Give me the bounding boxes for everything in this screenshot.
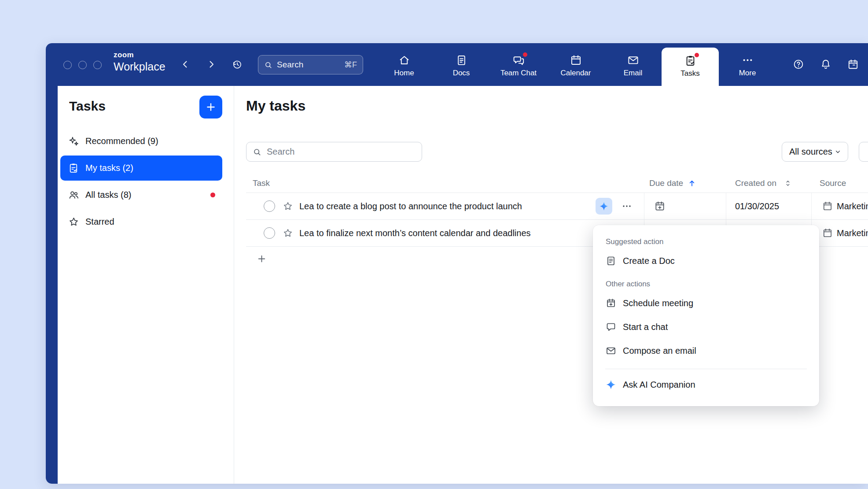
people-icon — [68, 189, 79, 200]
menu-item-label: Compose an email — [623, 346, 696, 356]
menu-item-label: Create a Doc — [623, 256, 675, 266]
bell-icon — [820, 59, 831, 70]
task-title: Lea to finalize next month’s content cal… — [299, 228, 531, 238]
history-button[interactable] — [231, 58, 244, 71]
menu-item-label: Ask AI Companion — [623, 380, 695, 390]
menu-item-schedule-meeting[interactable]: Schedule meeting — [604, 291, 808, 315]
tasks-search-input[interactable] — [266, 146, 416, 157]
nav-label: Team Chat — [500, 69, 537, 78]
table-row[interactable]: Lea to create a blog post to announce th… — [246, 193, 868, 220]
menu-item-ask-ai-companion[interactable]: Ask AI Companion — [604, 373, 808, 396]
sidebar-title: Tasks — [69, 99, 106, 114]
plus-icon — [257, 254, 267, 264]
ai-actions-menu: Suggested action Create a Doc Other acti… — [593, 225, 819, 406]
header-due-date[interactable]: Due date — [644, 178, 726, 188]
help-icon — [793, 59, 804, 70]
calendar-plus-icon — [606, 298, 616, 308]
envelope-icon — [606, 345, 616, 356]
ai-companion-icon — [606, 379, 616, 390]
menu-item-create-doc[interactable]: Create a Doc — [604, 249, 808, 273]
window-control-minimize[interactable] — [78, 61, 87, 69]
nav-label: Docs — [453, 69, 470, 78]
chevron-left-icon — [180, 59, 191, 70]
notifications-button[interactable] — [820, 59, 831, 70]
task-complete-checkbox[interactable] — [264, 200, 275, 212]
my-tasks-panel: My tasks All sources Task Due date Creat… — [234, 86, 868, 484]
source-name[interactable]: Marketing — [837, 201, 868, 211]
search-icon — [264, 61, 272, 69]
nav-item-tasks[interactable]: Tasks — [662, 48, 719, 86]
tasks-search-field[interactable] — [246, 142, 422, 162]
header-source: Source — [812, 178, 868, 188]
task-title: Lea to create a blog post to announce th… — [299, 201, 522, 211]
sidebar-item-starred[interactable]: Starred — [60, 209, 222, 234]
calendar-icon — [570, 54, 582, 66]
nav-label: Calendar — [561, 69, 591, 78]
ai-companion-actions-button[interactable] — [596, 198, 612, 215]
topbar-right-actions — [793, 59, 859, 70]
home-icon — [398, 54, 410, 66]
calendar-date-icon — [847, 59, 859, 70]
star-toggle-icon[interactable] — [283, 228, 293, 238]
table-header-row: Task Due date Created on Source — [246, 174, 868, 193]
help-button[interactable] — [793, 59, 804, 70]
menu-item-label: Start a chat — [623, 322, 668, 332]
menu-item-start-chat[interactable]: Start a chat — [604, 315, 808, 339]
sidebar-item-all-tasks[interactable]: All tasks (8) — [60, 182, 222, 207]
menu-item-label: Schedule meeting — [623, 298, 693, 308]
nav-item-email[interactable]: Email — [604, 43, 662, 86]
sidebar-item-recommended[interactable]: Recommended (9) — [60, 129, 222, 154]
source-name[interactable]: Marketing — [837, 228, 868, 238]
window-control-close[interactable] — [63, 61, 72, 69]
nav-item-team-chat[interactable]: Team Chat — [490, 43, 547, 86]
star-icon — [68, 216, 79, 227]
sidebar-list: Recommended (9) My tasks (2) All tasks (… — [58, 129, 234, 234]
window-control-maximize[interactable] — [93, 61, 102, 69]
source-doc-icon — [822, 228, 833, 238]
sidebar-item-label: Recommended (9) — [85, 136, 158, 146]
tasks-icon — [684, 55, 696, 67]
left-rail — [46, 86, 58, 484]
nav-item-more[interactable]: More — [719, 43, 776, 86]
menu-item-compose-email[interactable]: Compose an email — [604, 339, 808, 363]
nav-item-calendar[interactable]: Calendar — [547, 43, 604, 86]
source-doc-icon — [822, 201, 833, 211]
sidebar-item-label: Starred — [85, 217, 114, 227]
nav-item-docs[interactable]: Docs — [433, 43, 490, 86]
zoom-workplace-logo: zoom Workplace — [114, 51, 166, 72]
sidebar-item-my-tasks[interactable]: My tasks (2) — [60, 156, 222, 181]
star-toggle-icon[interactable] — [283, 201, 293, 211]
mini-calendar-button[interactable] — [847, 59, 859, 70]
nav-label: Tasks — [680, 69, 699, 78]
chevron-down-icon — [834, 148, 842, 156]
zoom-wordmark: zoom — [114, 51, 166, 59]
add-due-date-button[interactable] — [654, 200, 666, 212]
sources-filter-dropdown[interactable]: All sources — [782, 142, 848, 162]
nav-item-home[interactable]: Home — [375, 43, 433, 86]
new-task-button[interactable] — [199, 96, 222, 119]
search-shortcut: ⌘F — [344, 60, 357, 70]
clipped-toolbar-button[interactable] — [859, 142, 868, 162]
sidebar-item-label: My tasks (2) — [85, 163, 133, 173]
nav-label: More — [739, 69, 756, 78]
menu-section-label: Suggested action — [606, 237, 808, 246]
back-button[interactable] — [179, 58, 192, 71]
ellipsis-icon — [622, 201, 632, 211]
chat-bubble-icon — [606, 322, 616, 332]
workplace-wordmark: Workplace — [114, 61, 166, 72]
topbar: zoom Workplace Search ⌘F Home Docs — [46, 43, 868, 86]
nav-label: Email — [624, 69, 643, 78]
my-tasks-icon — [68, 163, 79, 174]
sort-both-icon — [783, 179, 792, 188]
row-more-actions-button[interactable] — [620, 200, 633, 213]
task-complete-checkbox[interactable] — [264, 227, 275, 239]
global-search[interactable]: Search ⌘F — [258, 55, 363, 74]
calendar-plus-icon — [654, 200, 666, 212]
tasks-sidebar: Tasks Recommended (9) My tasks (2) All t… — [58, 86, 234, 484]
team-chat-notification-dot — [523, 52, 527, 57]
tasks-notification-dot — [695, 53, 699, 57]
all-tasks-notification-dot — [210, 193, 215, 197]
forward-button[interactable] — [205, 58, 218, 71]
header-created-on[interactable]: Created on — [726, 178, 812, 188]
email-icon — [627, 54, 639, 66]
